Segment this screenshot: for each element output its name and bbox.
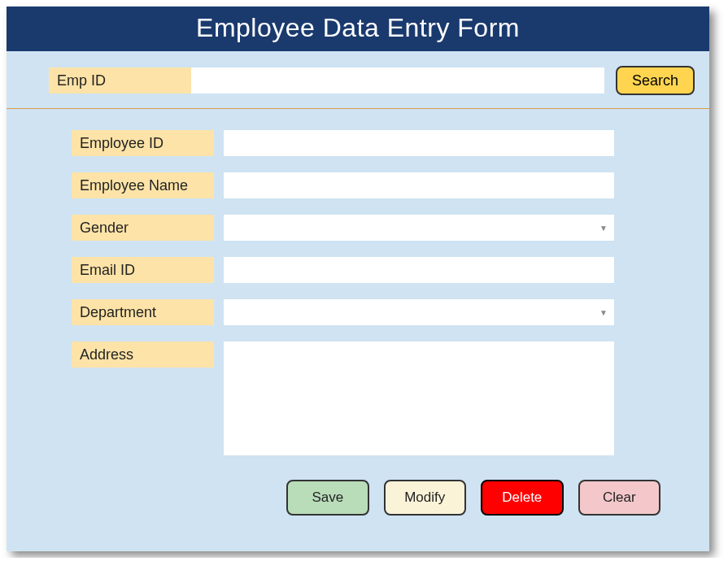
modify-button[interactable]: Modify — [384, 480, 467, 516]
textarea-address[interactable] — [224, 342, 614, 455]
row-address: Address — [72, 342, 660, 455]
label-email-id: Email ID — [72, 257, 214, 283]
row-employee-id: Employee ID — [72, 130, 660, 156]
select-gender[interactable]: ▼ — [224, 215, 614, 241]
search-button[interactable]: Search — [616, 66, 695, 95]
row-employee-name: Employee Name — [72, 172, 660, 198]
form-title: Employee Data Entry Form — [7, 7, 709, 51]
employee-form-container: Employee Data Entry Form Emp ID Search E… — [7, 7, 709, 551]
delete-button[interactable]: Delete — [481, 480, 564, 516]
search-label: Emp ID — [49, 67, 191, 94]
row-department: Department ▼ — [72, 299, 660, 325]
row-gender: Gender ▼ — [72, 215, 660, 241]
chevron-down-icon: ▼ — [599, 308, 608, 317]
search-section: Emp ID Search — [7, 51, 709, 108]
label-employee-name: Employee Name — [72, 172, 214, 198]
search-input[interactable] — [191, 67, 604, 94]
select-department[interactable]: ▼ — [224, 299, 614, 325]
label-gender: Gender — [72, 215, 214, 241]
button-row: Save Modify Delete Clear — [72, 480, 660, 516]
input-employee-name[interactable] — [224, 172, 614, 198]
form-body: Employee ID Employee Name Gender ▼ Email… — [7, 109, 709, 516]
input-email-id[interactable] — [224, 257, 614, 283]
input-employee-id[interactable] — [224, 130, 614, 156]
label-employee-id: Employee ID — [72, 130, 214, 156]
chevron-down-icon: ▼ — [599, 224, 608, 233]
label-address: Address — [72, 342, 214, 368]
clear-button[interactable]: Clear — [578, 480, 661, 516]
row-email-id: Email ID — [72, 257, 660, 283]
save-button[interactable]: Save — [286, 480, 369, 516]
label-department: Department — [72, 299, 214, 325]
